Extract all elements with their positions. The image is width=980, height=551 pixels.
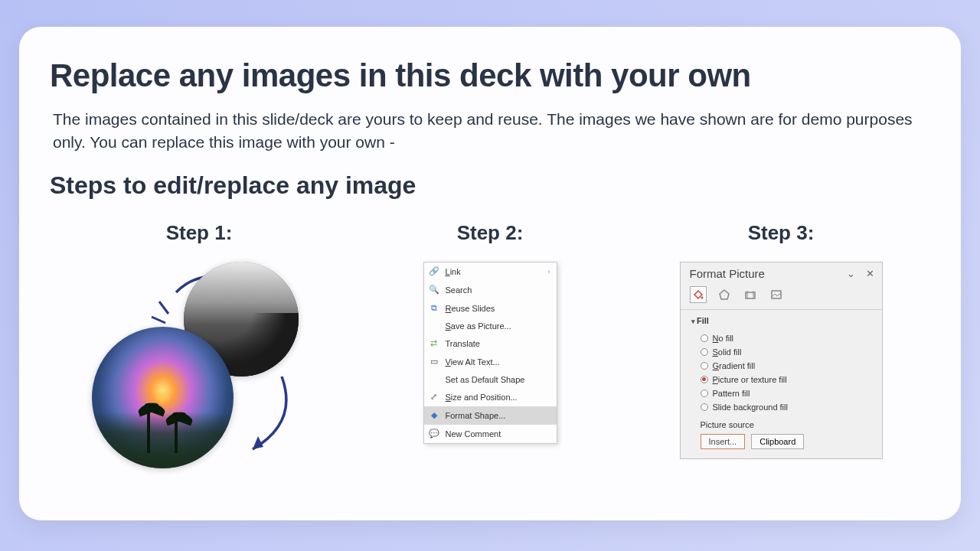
close-icon[interactable]: ✕ — [866, 268, 874, 279]
clipboard-button[interactable]: Clipboard — [751, 434, 804, 449]
search-icon: 🔍 — [429, 285, 439, 295]
radio-icon — [701, 403, 708, 411]
menu-item-translate[interactable]: ⇄ Translate — [424, 334, 557, 353]
picture-icon — [770, 289, 782, 301]
radio-icon — [701, 390, 708, 397]
step-1-illustration — [92, 262, 306, 468]
reuse-slides-icon: ⧉ — [429, 303, 439, 314]
menu-item-save-as-picture[interactable]: Save as Picture... — [424, 318, 557, 334]
picture-source-section: Picture source Insert... Clipboard — [691, 414, 871, 449]
submenu-arrow-icon: › — [548, 268, 550, 276]
menu-item-view-alt-text[interactable]: ▭ View Alt Text... — [424, 353, 557, 371]
fill-section: Fill No fill Solid fill Gradient fill — [681, 310, 882, 449]
radio-label: Picture or texture fill — [713, 375, 787, 384]
svg-marker-1 — [253, 436, 263, 449]
menu-label: Reuse Slides — [446, 304, 495, 313]
menu-label: View Alt Text... — [446, 357, 500, 367]
radio-icon — [701, 362, 708, 370]
context-menu: 🔗 Link › 🔍 Search ⧉ Reuse Slides Save as… — [423, 262, 557, 444]
radio-pattern-fill[interactable]: Pattern fill — [691, 386, 871, 400]
radio-icon — [701, 334, 708, 342]
svg-marker-5 — [720, 290, 729, 299]
menu-item-size-position[interactable]: ⤢ Size and Position... — [424, 388, 557, 406]
svg-line-2 — [159, 302, 168, 314]
menu-label: Search — [446, 285, 472, 295]
svg-rect-9 — [772, 291, 781, 298]
insert-button[interactable]: Insert... — [701, 434, 746, 449]
radio-picture-fill[interactable]: Picture or texture fill — [691, 373, 871, 386]
menu-label: Set as Default Shape — [446, 375, 525, 384]
pentagon-icon — [718, 289, 730, 301]
size-position-icon: ⤢ — [429, 392, 439, 403]
svg-point-4 — [701, 296, 703, 298]
menu-item-search[interactable]: 🔍 Search — [424, 281, 557, 299]
format-picture-panel: Format Picture ⌄ ✕ — [680, 262, 883, 459]
menu-label: Link — [446, 267, 461, 276]
svg-line-3 — [152, 317, 165, 323]
page-title: Replace any images in this deck with you… — [50, 57, 930, 94]
tab-effects[interactable] — [716, 286, 733, 303]
menu-item-set-default-shape[interactable]: Set as Default Shape — [424, 371, 557, 388]
radio-gradient-fill[interactable]: Gradient fill — [691, 359, 871, 373]
menu-item-reuse-slides[interactable]: ⧉ Reuse Slides — [424, 299, 557, 318]
radio-slide-bg-fill[interactable]: Slide background fill — [691, 400, 871, 414]
panel-title: Format Picture — [690, 267, 765, 280]
step-1: Step 1: — [65, 221, 333, 468]
paint-bucket-icon — [692, 289, 704, 301]
menu-item-new-comment[interactable]: 💬 New Comment — [424, 425, 557, 443]
comment-icon: 💬 — [429, 429, 439, 439]
menu-item-link[interactable]: 🔗 Link › — [424, 262, 557, 281]
step-3-label: Step 3: — [748, 221, 815, 245]
menu-item-format-shape[interactable]: ◆ Format Shape... — [424, 406, 557, 425]
tab-fill[interactable] — [690, 286, 707, 303]
radio-label: No fill — [713, 334, 734, 343]
menu-label: Translate — [446, 339, 480, 348]
format-shape-icon: ◆ — [429, 410, 439, 421]
radio-label: Pattern fill — [713, 389, 750, 398]
picture-source-label: Picture source — [701, 420, 871, 429]
slide-card: Replace any images in this deck with you… — [19, 27, 961, 520]
description-text: The images contained in this slide/deck … — [50, 108, 930, 155]
radio-label: Solid fill — [713, 347, 742, 357]
panel-header: Format Picture ⌄ ✕ — [681, 262, 882, 283]
tab-size[interactable] — [742, 286, 759, 303]
radio-icon — [701, 348, 708, 356]
step-2: Step 2: 🔗 Link › 🔍 Search ⧉ Reuse Slides… — [356, 221, 624, 468]
translate-icon: ⇄ — [429, 338, 439, 349]
link-icon: 🔗 — [429, 266, 439, 277]
fill-header[interactable]: Fill — [691, 316, 871, 325]
steps-heading: Steps to edit/replace any image — [50, 171, 930, 200]
menu-label: Format Shape... — [446, 411, 506, 420]
color-photo — [92, 327, 234, 468]
radio-no-fill[interactable]: No fill — [691, 331, 871, 345]
steps-row: Step 1: — [50, 221, 930, 468]
menu-label: Size and Position... — [446, 393, 518, 402]
step-3: Step 3: Format Picture ⌄ ✕ — [647, 221, 915, 468]
tab-picture[interactable] — [768, 286, 785, 303]
radio-label: Gradient fill — [713, 361, 756, 370]
menu-label: Save as Picture... — [446, 321, 511, 331]
radio-icon — [701, 376, 708, 383]
alt-text-icon: ▭ — [429, 357, 439, 367]
size-icon — [744, 289, 756, 301]
panel-tabs — [681, 283, 882, 310]
step-1-label: Step 1: — [166, 221, 233, 245]
step-2-label: Step 2: — [457, 221, 524, 245]
radio-solid-fill[interactable]: Solid fill — [691, 345, 871, 359]
menu-label: New Comment — [446, 429, 501, 439]
chevron-down-icon[interactable]: ⌄ — [847, 268, 855, 279]
radio-label: Slide background fill — [713, 403, 788, 412]
